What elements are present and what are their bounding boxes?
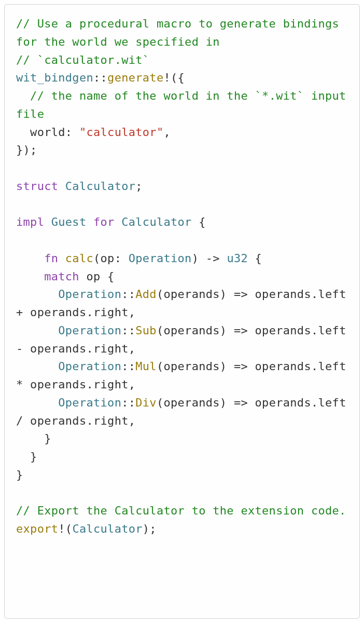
field: right [93,342,129,355]
punct: ( [157,324,164,337]
punct: ; [135,180,143,193]
punct: ( [157,288,164,301]
variant-name: Div [135,396,157,409]
ident-wrap: nds [290,288,311,301]
field: left [318,324,346,337]
double-colon: :: [121,288,135,301]
type-name: Calculator [72,522,142,535]
space [115,215,122,228]
field: left [318,360,346,373]
arrow: => [227,396,255,409]
field: right [93,306,129,319]
punct: !({ [163,71,185,84]
enum-name: Operation [58,288,121,301]
punct: ) [220,288,227,301]
punct: : [65,126,79,139]
enum-name: Operation [58,324,121,337]
variant-name: Sub [135,324,157,337]
comment-line: // `calculator.wit` [16,53,149,66]
fn-name: calc [65,252,93,265]
punct: ) [220,324,227,337]
ident: operands [30,378,86,391]
punct: { [248,252,262,265]
punct: , [129,414,136,427]
ident: operands [163,324,219,337]
field: right [93,414,129,427]
ident: operands [163,396,219,409]
type-name: Calculator [121,215,191,228]
variant-name: Add [135,288,157,301]
space [44,215,51,228]
comment-line: // the name of the world in the `*.wit` … [16,89,353,120]
double-colon: :: [121,324,135,337]
punct: . [311,288,318,301]
punct: , [163,126,171,139]
punct: . [311,324,318,337]
field: left [318,288,346,301]
space [86,215,93,228]
ident-wrap: nds [290,360,311,373]
space [79,270,87,283]
comment-line: // Use a procedural macro to generate bi… [16,17,346,48]
punct: . [86,414,93,427]
punct: }); [16,143,37,156]
keyword: for [93,215,115,228]
arrow: => [227,324,255,337]
variant-name: Mul [135,360,157,373]
indent [16,360,58,373]
indent [16,288,58,301]
punct: , [129,378,136,391]
param: op [101,252,115,265]
type-name: Guest [51,215,87,228]
space [58,252,65,265]
ident: operands [30,342,86,355]
keyword: fn [44,252,58,265]
field: right [93,378,129,391]
field: left [318,396,346,409]
indent [16,126,30,139]
punct: ( [157,360,164,373]
key: world [30,126,65,139]
ident-wrap: opera [255,288,290,301]
punct: . [311,360,318,373]
comment-line: // Export the Calculator to the extensio… [16,504,346,517]
ident: operands [30,414,86,427]
keyword: impl [16,215,44,228]
space [58,180,65,193]
macro-name: generate [107,71,163,84]
close-brace: } [16,450,37,463]
ident: op [86,270,100,283]
ident: operands [30,306,86,319]
macro-name: export [16,522,58,535]
punct: . [86,306,93,319]
punct: . [86,378,93,391]
punct: : [115,252,129,265]
primitive-type: u32 [227,252,248,265]
indent [16,252,44,265]
type-name: Operation [129,252,192,265]
string-literal: "calculator" [79,126,164,139]
ident-wrap: nds [290,324,311,337]
punct: { [192,215,206,228]
indent [16,396,58,409]
punct: ) -> [192,252,227,265]
indent [16,270,44,283]
punct: ( [93,252,101,265]
punct: { [101,270,115,283]
punct: , [129,306,136,319]
punct: ( [157,396,164,409]
namespace: wit_bindgen [16,71,93,84]
punct: ) [220,396,227,409]
enum-name: Operation [58,360,121,373]
keyword: match [44,270,79,283]
punct: . [86,342,93,355]
ident: operands [163,360,219,373]
type-name: Calculator [65,180,135,193]
arrow: => [227,288,255,301]
indent [16,324,58,337]
double-colon: :: [121,360,135,373]
arrow: => [227,360,255,373]
punct: . [311,396,318,409]
ident-wrap: opera [255,396,290,409]
ident-wrap: opera [255,324,290,337]
